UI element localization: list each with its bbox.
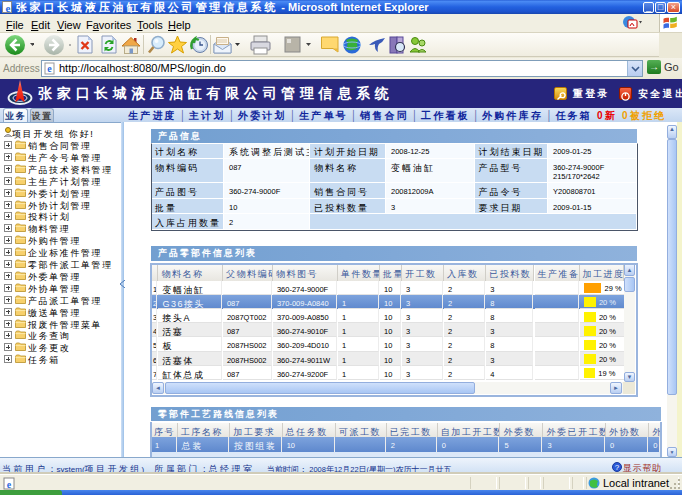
svg-text:e: e xyxy=(47,63,52,74)
svg-text:e: e xyxy=(6,2,11,13)
svg-text:?: ? xyxy=(615,463,620,472)
svg-text:e: e xyxy=(7,479,12,490)
